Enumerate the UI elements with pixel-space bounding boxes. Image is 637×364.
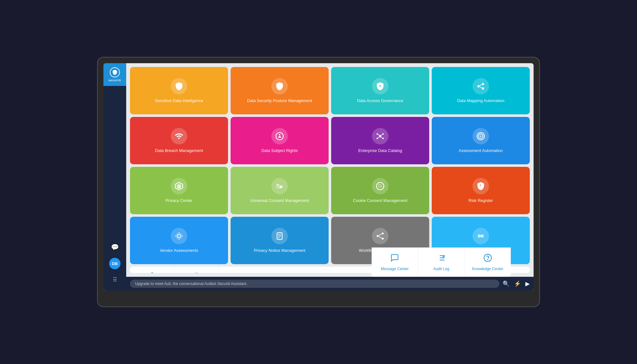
sidebar: securiti 💬 DB ⠿ — [103, 63, 126, 291]
privacy-notice-label: Privacy Notice Management — [254, 248, 306, 253]
audit-log-tile[interactable]: Audit Log — [418, 248, 465, 277]
data-mapping-icon — [473, 78, 489, 94]
apps-icon[interactable]: ⠿ — [109, 274, 121, 286]
vendor-assessments-label: Vendor Assessments — [160, 248, 198, 253]
workflow-icon — [372, 228, 388, 244]
data-access-icon — [372, 78, 388, 94]
chat-icon[interactable]: 💬 — [109, 241, 121, 253]
data-access-label: Data Access Governance — [357, 98, 404, 104]
avatar[interactable]: DB — [109, 258, 121, 269]
tile-sensitive-data-intelligence[interactable]: Sensitive Data Intelligence — [130, 67, 228, 114]
data-subject-label: Data Subject Rights — [262, 148, 298, 154]
logo-icon — [110, 67, 120, 77]
svg-point-37 — [382, 232, 384, 234]
tile-data-subject-rights[interactable]: Data Subject Rights — [231, 117, 329, 164]
chat-prompt[interactable]: Upgrade to meet Auti, the conversational… — [130, 280, 499, 288]
tile-enterprise-data-catalog[interactable]: Enterprise Data Catalog — [331, 117, 429, 164]
enterprise-data-label: Enterprise Data Catalog — [358, 148, 402, 154]
vendor-assessments-icon — [171, 228, 187, 244]
svg-point-1 — [482, 83, 484, 85]
svg-point-55 — [484, 254, 491, 261]
svg-point-24 — [376, 182, 384, 190]
settings-tile[interactable]: Settings — [130, 267, 174, 273]
tile-row-3: Privacy Center Universal Consent Managem… — [130, 167, 530, 214]
svg-point-10 — [382, 133, 384, 135]
svg-point-36 — [377, 235, 379, 237]
laptop-frame: securiti 💬 DB ⠿ — [97, 57, 540, 307]
knowledge-center-tile[interactable]: Knowledge Center — [465, 248, 511, 277]
tile-data-breach[interactable]: Data Breach Management — [130, 117, 228, 164]
tile-risk-register[interactable]: ! Risk Register — [432, 167, 530, 214]
cookie-consent-label: Cookie Consent Management — [353, 198, 407, 203]
svg-point-11 — [376, 137, 378, 139]
tile-row-2: Data Breach Management Data Subject Righ… — [130, 117, 530, 164]
grid-area: Sensitive Data Intelligence Data Securit… — [126, 63, 534, 277]
message-center-tile[interactable]: Message Center — [372, 248, 418, 277]
assessment-icon — [473, 128, 489, 144]
svg-line-15 — [378, 137, 380, 138]
data-systems-tile[interactable]: Data Systems — [174, 267, 219, 273]
svg-point-0 — [380, 85, 381, 87]
data-security-label: Data Security Posture Management — [247, 98, 312, 104]
svg-point-9 — [376, 133, 378, 135]
data-breach-label: Data Breach Management — [155, 148, 203, 154]
footer-bar: Upgrade to meet Auti, the conversational… — [126, 277, 534, 291]
data-subject-icon — [271, 128, 288, 144]
sensitive-data-label: Sensitive Data Intelligence — [155, 98, 203, 104]
message-center-label: Message Center — [381, 267, 409, 271]
sensitive-data-icon — [171, 78, 187, 94]
bottom-left: Settings — [130, 267, 263, 273]
enterprise-data-icon — [372, 128, 388, 144]
tile-data-security-posture[interactable]: Data Security Posture Management — [231, 67, 329, 114]
audit-log-icon — [437, 253, 446, 264]
deployment-tile[interactable]: Deployment — [219, 267, 263, 273]
tile-cookie-consent[interactable]: Cookie Consent Management — [331, 167, 429, 214]
tile-universal-consent[interactable]: Universal Consent Management — [231, 167, 329, 214]
svg-point-26 — [380, 184, 381, 185]
deployment-icon — [237, 272, 245, 273]
data-mapping-label: Data Mapping Automation — [457, 98, 504, 104]
search-footer-icon[interactable]: 🔍 — [503, 280, 510, 287]
risk-register-label: Risk Register — [468, 198, 493, 203]
data-breach-icon — [171, 128, 187, 144]
sidebar-bottom: 💬 DB ⠿ — [109, 241, 121, 291]
footer-icons: 🔍 ⚡ ▶ — [503, 280, 530, 287]
assessment-label: Assessment Automation — [459, 148, 503, 154]
svg-point-22 — [280, 185, 282, 188]
privacy-center-label: Privacy Center — [165, 198, 192, 203]
filter-footer-icon[interactable]: ⚡ — [514, 280, 521, 287]
tile-data-access-governance[interactable]: Data Access Governance — [331, 67, 429, 114]
svg-point-2 — [478, 85, 480, 87]
svg-point-7 — [279, 134, 281, 136]
svg-line-16 — [381, 137, 382, 138]
tile-assessment-automation[interactable]: Assessment Automation — [432, 117, 530, 164]
svg-text:!: ! — [480, 184, 481, 187]
svg-line-13 — [378, 134, 380, 136]
play-footer-icon[interactable]: ▶ — [525, 280, 530, 287]
svg-point-12 — [382, 137, 384, 139]
svg-point-3 — [482, 87, 484, 89]
knowledge-center-icon — [483, 253, 492, 264]
tile-privacy-center[interactable]: Privacy Center — [130, 167, 228, 214]
tile-data-mapping[interactable]: Data Mapping Automation — [432, 67, 530, 114]
svg-line-14 — [381, 134, 382, 136]
svg-point-19 — [480, 135, 482, 137]
knowledge-center-label: Knowledge Center — [472, 267, 504, 271]
tile-row-1: Sensitive Data Intelligence Data Securit… — [130, 67, 530, 114]
svg-point-42 — [482, 235, 483, 236]
tile-vendor-assessments[interactable]: Vendor Assessments — [130, 217, 228, 264]
screen: securiti 💬 DB ⠿ — [103, 63, 534, 291]
audit-log-label: Audit Log — [433, 267, 449, 271]
svg-point-29 — [381, 185, 382, 186]
data-security-icon — [271, 78, 288, 94]
svg-point-31 — [177, 234, 180, 237]
svg-point-28 — [380, 186, 381, 187]
svg-point-38 — [382, 238, 384, 240]
risk-register-icon: ! — [473, 178, 489, 194]
sidebar-logo[interactable]: securiti — [103, 63, 126, 86]
tile-privacy-notice[interactable]: Privacy Notice Management — [231, 217, 329, 264]
svg-line-4 — [480, 84, 482, 86]
svg-point-25 — [379, 184, 380, 185]
settings-icon — [148, 272, 157, 273]
svg-line-5 — [480, 87, 482, 88]
